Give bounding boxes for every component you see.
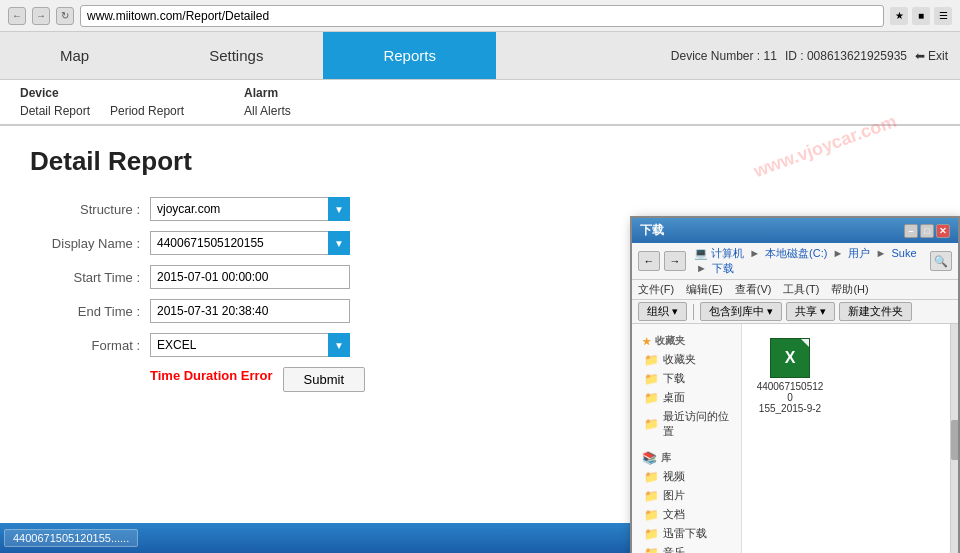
format-label: Format : bbox=[30, 338, 150, 353]
fd-menu-tools[interactable]: 工具(T) bbox=[783, 282, 819, 297]
file-dialog: 下载 – □ ✕ ← → 💻 计算机 ► 本地磁盘(C:) ► 用户 ► bbox=[630, 216, 960, 553]
library-icon: 📚 bbox=[642, 451, 657, 465]
sub-nav-alarm-group: Alarm All Alerts bbox=[244, 86, 291, 118]
file-dialog-toolbar2: 组织 ▾ 包含到库中 ▾ 共享 ▾ 新建文件夹 bbox=[632, 300, 958, 324]
end-time-label: End Time : bbox=[30, 304, 150, 319]
refresh-button[interactable]: ↻ bbox=[56, 7, 74, 25]
structure-label: Structure : bbox=[30, 202, 150, 217]
file-dialog-body: ★ 收藏夹 📁 收藏夹 📁 下载 📁 桌面 📁 最近访问的位置 bbox=[632, 324, 958, 553]
bookmark-icon[interactable]: ★ bbox=[890, 7, 908, 25]
nav-map[interactable]: Map bbox=[0, 32, 149, 79]
submit-button[interactable]: Submit bbox=[283, 367, 365, 392]
nav-settings[interactable]: Settings bbox=[149, 32, 323, 79]
folder-icon: 📁 bbox=[644, 546, 659, 554]
folder-icon: 📁 bbox=[644, 470, 659, 484]
fd-share-button[interactable]: 共享 ▾ bbox=[786, 302, 835, 321]
music-item[interactable]: 📁 音乐 bbox=[638, 543, 735, 553]
pictures-item[interactable]: 📁 图片 bbox=[638, 486, 735, 505]
favorites-header: ★ 收藏夹 bbox=[638, 332, 735, 350]
link-all-alerts[interactable]: All Alerts bbox=[244, 104, 291, 118]
error-message: Time Duration Error bbox=[150, 368, 273, 383]
file-dialog-titlebar: 下载 – □ ✕ bbox=[632, 218, 958, 243]
sub-nav-device-group: Device Detail Report Period Report bbox=[20, 86, 184, 118]
fd-organize-button[interactable]: 组织 ▾ bbox=[638, 302, 687, 321]
star-icon: ★ bbox=[642, 336, 651, 347]
file-dialog-title: 下载 bbox=[640, 222, 664, 239]
sub-nav-alarm-links: All Alerts bbox=[244, 104, 291, 118]
xunlei-item[interactable]: 📁 迅雷下载 bbox=[638, 524, 735, 543]
start-time-label: Start Time : bbox=[30, 270, 150, 285]
fd-back-button[interactable]: ← bbox=[638, 251, 660, 271]
path-seg-computer[interactable]: 💻 计算机 bbox=[694, 247, 744, 259]
folder-icon: 📁 bbox=[644, 372, 659, 386]
fd-menu-edit[interactable]: 编辑(E) bbox=[686, 282, 723, 297]
excel-icon-text: X bbox=[785, 349, 796, 367]
sub-nav-alarm-header: Alarm bbox=[244, 86, 291, 100]
videos-item[interactable]: 📁 视频 bbox=[638, 467, 735, 486]
exit-button[interactable]: ⬅ Exit bbox=[915, 49, 948, 63]
format-select[interactable]: EXCEL bbox=[150, 333, 350, 357]
downloads-item[interactable]: 📁 下载 bbox=[638, 369, 735, 388]
extensions-icon[interactable]: ■ bbox=[912, 7, 930, 25]
sub-nav-device-links: Detail Report Period Report bbox=[20, 104, 184, 118]
path-seg-c[interactable]: 本地磁盘(C:) bbox=[765, 247, 827, 259]
end-time-input[interactable] bbox=[150, 299, 350, 323]
library-section: 📚 库 📁 视频 📁 图片 📁 文档 📁 迅雷下载 bbox=[632, 445, 741, 553]
nav-reports[interactable]: Reports bbox=[323, 32, 496, 79]
folder-icon: 📁 bbox=[644, 417, 659, 431]
display-name-label: Display Name : bbox=[30, 236, 150, 251]
scrollbar-thumb[interactable] bbox=[951, 420, 958, 460]
path-seg-suke[interactable]: Suke bbox=[891, 247, 916, 259]
format-select-wrapper: EXCEL ▼ bbox=[150, 333, 350, 357]
fd-include-library-button[interactable]: 包含到库中 ▾ bbox=[700, 302, 782, 321]
desktop-item[interactable]: 📁 桌面 bbox=[638, 388, 735, 407]
fd-forward-button[interactable]: → bbox=[664, 251, 686, 271]
device-number-label: Device Number : 11 bbox=[671, 49, 777, 63]
exit-label: Exit bbox=[928, 49, 948, 63]
file-label: 4400671505120155_2015-9-2 bbox=[754, 381, 826, 414]
file-dialog-scrollbar[interactable] bbox=[950, 324, 958, 553]
main-content: www.vjoycar.com Detail Report Structure … bbox=[0, 126, 960, 412]
nav-right-info: Device Number : 11 ID : 008613621925935 … bbox=[659, 32, 960, 79]
content-area: Device Detail Report Period Report Alarm… bbox=[0, 80, 960, 553]
fd-menu-help[interactable]: 帮助(H) bbox=[831, 282, 868, 297]
file-dialog-menu: 文件(F) 编辑(E) 查看(V) 工具(T) 帮助(H) bbox=[632, 280, 958, 300]
device-id-label: ID : 008613621925935 bbox=[785, 49, 907, 63]
fd-new-folder-button[interactable]: 新建文件夹 bbox=[839, 302, 912, 321]
link-detail-report[interactable]: Detail Report bbox=[20, 104, 90, 118]
start-time-input[interactable] bbox=[150, 265, 350, 289]
path-seg-users[interactable]: 用户 bbox=[848, 247, 870, 259]
fd-search-button[interactable]: 🔍 bbox=[930, 251, 952, 271]
file-dialog-path: 💻 计算机 ► 本地磁盘(C:) ► 用户 ► Suke ► 下载 bbox=[690, 246, 926, 276]
maximize-button[interactable]: □ bbox=[920, 224, 934, 238]
recent-item[interactable]: 📁 最近访问的位置 bbox=[638, 407, 735, 441]
close-button[interactable]: ✕ bbox=[936, 224, 950, 238]
favorites-item[interactable]: 📁 收藏夹 bbox=[638, 350, 735, 369]
forward-button[interactable]: → bbox=[32, 7, 50, 25]
folder-icon: 📁 bbox=[644, 508, 659, 522]
url-bar[interactable] bbox=[80, 5, 884, 27]
file-dialog-sidebar: ★ 收藏夹 📁 收藏夹 📁 下载 📁 桌面 📁 最近访问的位置 bbox=[632, 324, 742, 553]
file-dialog-main-view: X 4400671505120155_2015-9-2 bbox=[742, 324, 950, 553]
folder-icon: 📁 bbox=[644, 391, 659, 405]
sub-nav: Device Detail Report Period Report Alarm… bbox=[0, 80, 960, 126]
favorites-section: ★ 收藏夹 📁 收藏夹 📁 下载 📁 桌面 📁 最近访问的位置 bbox=[632, 328, 741, 445]
back-button[interactable]: ← bbox=[8, 7, 26, 25]
path-seg-download[interactable]: 下载 bbox=[712, 262, 734, 274]
taskbar-item-file[interactable]: 4400671505120155...... bbox=[4, 529, 138, 547]
link-period-report[interactable]: Period Report bbox=[110, 104, 184, 118]
display-name-select[interactable]: 4400671505120155 bbox=[150, 231, 350, 255]
fd-toolbar-divider1 bbox=[693, 304, 694, 320]
structure-select[interactable]: vjoycar.com bbox=[150, 197, 350, 221]
fd-menu-file[interactable]: 文件(F) bbox=[638, 282, 674, 297]
browser-bar: ← → ↻ ★ ■ ☰ bbox=[0, 0, 960, 32]
exit-icon: ⬅ bbox=[915, 49, 925, 63]
fd-menu-view[interactable]: 查看(V) bbox=[735, 282, 772, 297]
folder-icon: 📁 bbox=[644, 527, 659, 541]
minimize-button[interactable]: – bbox=[904, 224, 918, 238]
menu-icon[interactable]: ☰ bbox=[934, 7, 952, 25]
page-title: Detail Report bbox=[30, 146, 930, 177]
folder-icon: 📁 bbox=[644, 489, 659, 503]
documents-item[interactable]: 📁 文档 bbox=[638, 505, 735, 524]
file-item-excel[interactable]: X 4400671505120155_2015-9-2 bbox=[750, 332, 830, 420]
